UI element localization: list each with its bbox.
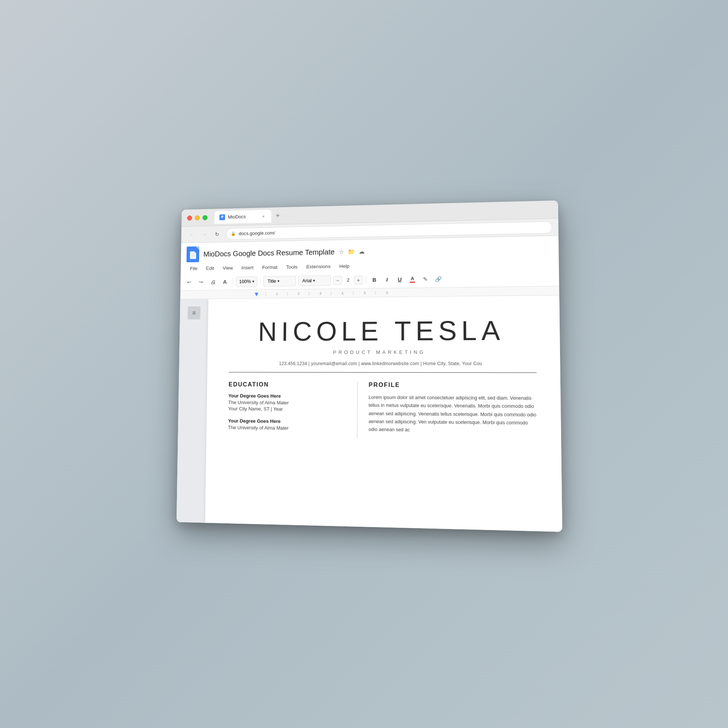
refresh-button[interactable]: ↻ xyxy=(212,229,222,239)
font-size-control: − 2 + xyxy=(333,275,363,285)
style-chevron: ▾ xyxy=(278,279,280,283)
resume-right-column: PROFILE Lorem ipsum dolor sit amet conse… xyxy=(357,382,537,440)
close-button[interactable] xyxy=(187,216,192,221)
star-icon[interactable]: ☆ xyxy=(339,248,344,255)
menu-insert[interactable]: Insert xyxy=(238,263,257,272)
docs-logo: 📄 xyxy=(186,246,199,263)
print-button[interactable]: 🖨 xyxy=(208,277,218,287)
toolbar-sep-3 xyxy=(366,276,366,284)
url-text: docs.google.com/ xyxy=(239,230,275,236)
new-tab-button[interactable]: + xyxy=(273,211,283,221)
italic-button[interactable]: I xyxy=(382,274,392,285)
menu-edit[interactable]: Edit xyxy=(202,264,218,273)
doc-page[interactable]: NICOLE TESLA PRODUCT MARKETING 123.456.1… xyxy=(205,295,562,532)
edu-degree-2: Your Degree Goes Here xyxy=(228,418,346,425)
menu-view[interactable]: View xyxy=(219,264,237,272)
tab-title: MioDocs xyxy=(228,214,246,220)
edu-detail-1: Your City Name, ST | Year xyxy=(228,406,346,412)
doc-actions: ☆ 📁 ☁ xyxy=(339,248,365,255)
menu-file[interactable]: File xyxy=(186,264,201,273)
nav-buttons: ← → ↻ xyxy=(187,229,222,240)
text-color-label: A xyxy=(411,276,414,281)
profile-heading: PROFILE xyxy=(369,382,537,389)
style-value: Title xyxy=(268,278,276,284)
traffic-lights xyxy=(187,215,207,221)
back-button[interactable]: ← xyxy=(187,229,197,239)
browser-window: MioDocs × + ← → ↻ 🔒 docs.google.com/ 📄 M… xyxy=(177,200,562,532)
font-value: Arial xyxy=(302,278,312,284)
cloud-icon[interactable]: ☁ xyxy=(359,248,365,255)
menu-extensions[interactable]: Extensions xyxy=(303,262,334,271)
ruler-marks: 1 2 3 4 5 6 xyxy=(266,291,398,296)
minimize-button[interactable] xyxy=(195,215,200,220)
svg-rect-1 xyxy=(221,217,223,217)
ruler-tab-marker xyxy=(255,292,258,296)
menu-tools[interactable]: Tools xyxy=(283,263,301,271)
svg-rect-0 xyxy=(221,216,223,216)
edu-item-1: Your Degree Goes Here The University of … xyxy=(228,393,346,412)
profile-text: Lorem ipsum dolor sit amet consectetuer … xyxy=(369,393,537,436)
style-selector[interactable]: Title ▾ xyxy=(263,276,296,286)
font-size-value[interactable]: 2 xyxy=(343,277,353,283)
highlight-button[interactable]: ✎ xyxy=(420,274,431,284)
resume-name: NICOLE TESLA xyxy=(229,315,536,347)
edu-degree-1: Your Degree Goes Here xyxy=(228,393,346,399)
outline-icon[interactable]: ≡ xyxy=(188,306,200,320)
zoom-selector[interactable]: 100% ▾ xyxy=(236,276,258,286)
link-button[interactable]: 🔗 xyxy=(433,274,443,284)
svg-rect-2 xyxy=(221,217,223,218)
lock-icon: 🔒 xyxy=(231,231,236,236)
doc-area: ≡ NICOLE TESLA PRODUCT MARKETING 123.456… xyxy=(177,295,562,532)
toolbar-sep-1 xyxy=(233,278,233,285)
toolbar-sep-2 xyxy=(260,278,261,285)
menu-format[interactable]: Format xyxy=(258,263,281,272)
education-heading: EDUCATION xyxy=(229,381,346,388)
underline-button[interactable]: U xyxy=(394,274,405,285)
edu-school-1: The University of Alma Mater xyxy=(228,399,346,406)
tab-close-button[interactable]: × xyxy=(260,213,266,219)
bold-button[interactable]: B xyxy=(369,275,380,285)
redo-button[interactable]: ↪ xyxy=(196,277,206,287)
zoom-value: 100% xyxy=(239,279,251,284)
forward-button[interactable]: → xyxy=(199,229,210,239)
zoom-chevron: ▾ xyxy=(252,280,254,284)
edu-school-2: The University of Alma Mater xyxy=(228,425,346,431)
font-selector[interactable]: Arial ▾ xyxy=(298,275,331,286)
font-size-plus[interactable]: + xyxy=(354,275,363,284)
resume-contact: 123.456.1234 | youremail@email.com | www… xyxy=(229,361,537,366)
menu-help[interactable]: Help xyxy=(336,262,353,271)
resume-divider xyxy=(229,372,537,373)
docs-logo-icon: 📄 xyxy=(188,251,197,259)
folder-icon[interactable]: 📁 xyxy=(348,248,355,255)
text-color-button[interactable]: A xyxy=(407,274,418,284)
resume-body: EDUCATION Your Degree Goes Here The Univ… xyxy=(228,381,537,440)
docs-title-row: 📄 MioDocs Google Docs Resume Template ☆ … xyxy=(186,240,552,262)
maximize-button[interactable] xyxy=(202,215,207,220)
edu-item-2: Your Degree Goes Here The University of … xyxy=(228,418,346,431)
doc-title[interactable]: MioDocs Google Docs Resume Template xyxy=(203,248,335,258)
docs-tab-icon xyxy=(219,214,225,220)
font-size-minus[interactable]: − xyxy=(333,276,342,285)
doc-sidebar: ≡ xyxy=(177,299,208,523)
font-chevron: ▾ xyxy=(313,278,315,283)
resume-job-title: PRODUCT MARKETING xyxy=(229,349,537,355)
paint-format-button[interactable]: A xyxy=(220,277,230,286)
browser-tab-active[interactable]: MioDocs × xyxy=(214,210,271,224)
undo-button[interactable]: ↩ xyxy=(184,277,194,287)
resume-left-column: EDUCATION Your Degree Goes Here The Univ… xyxy=(228,381,357,439)
